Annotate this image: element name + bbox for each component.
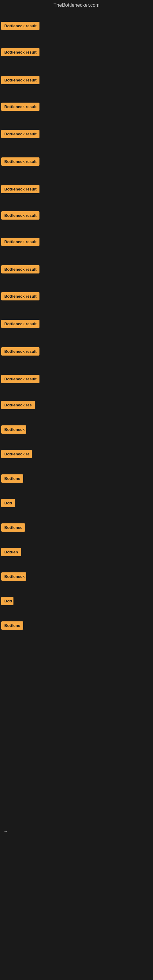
bottleneck-item: Bottleneck result — [1, 238, 40, 247]
bottleneck-item: Bottlene — [1, 621, 23, 631]
bottleneck-badge[interactable]: Bott — [1, 499, 15, 507]
bottleneck-badge[interactable]: Bottleneck res — [1, 401, 35, 409]
bottleneck-item: Bottleneck result — [1, 211, 40, 221]
site-title: TheBottlenecker.com — [0, 0, 153, 10]
bottleneck-badge[interactable]: Bottleneck result — [1, 76, 40, 84]
bottleneck-item: Bottleneck result — [1, 103, 40, 112]
bottleneck-badge[interactable]: Bottleneck result — [1, 265, 40, 274]
bottleneck-item: Bottlenec — [1, 523, 25, 533]
ellipsis-marker: ... — [1, 827, 10, 834]
bottleneck-badge[interactable]: Bottleneck — [1, 425, 26, 434]
bottleneck-badge[interactable]: Bottleneck result — [1, 211, 40, 220]
bottleneck-badge[interactable]: Bott — [1, 597, 13, 605]
bottleneck-item: Bottleneck result — [1, 320, 40, 329]
bottleneck-item: Bottleneck result — [1, 48, 40, 57]
bottleneck-badge[interactable]: Bottleneck result — [1, 158, 40, 166]
bottleneck-item: Bottleneck result — [1, 130, 40, 139]
bottleneck-item: Bottleneck res — [1, 401, 35, 410]
bottleneck-badge[interactable]: Bottleneck result — [1, 22, 40, 30]
bottleneck-item: Bottleneck — [1, 425, 26, 435]
bottleneck-item: Bottleneck result — [1, 265, 40, 275]
bottleneck-item: Bottleneck result — [1, 158, 40, 167]
bottleneck-item: Bottleneck result — [1, 347, 40, 357]
bottleneck-badge[interactable]: Bottleneck result — [1, 375, 40, 383]
bottleneck-badge[interactable]: Bottleneck — [1, 573, 26, 581]
bottleneck-item: Bottlene — [1, 474, 23, 484]
bottleneck-item: Bottleneck result — [1, 375, 40, 384]
bottleneck-badge[interactable]: Bottlen — [1, 548, 21, 556]
bottleneck-item: Bottleneck re — [1, 450, 32, 460]
bottleneck-badge[interactable]: Bottlenec — [1, 523, 25, 531]
bottleneck-badge[interactable]: Bottleneck re — [1, 450, 32, 458]
bottleneck-item: Bottleneck result — [1, 292, 40, 302]
bottleneck-item: Bott — [1, 499, 15, 508]
bottleneck-badge[interactable]: Bottlene — [1, 621, 23, 630]
bottleneck-badge[interactable]: Bottleneck result — [1, 48, 40, 56]
bottleneck-badge[interactable]: Bottlene — [1, 474, 23, 483]
bottleneck-badge[interactable]: Bottleneck result — [1, 103, 40, 111]
bottleneck-item: Bott — [1, 597, 13, 606]
bottleneck-item: Bottleneck result — [1, 22, 40, 31]
bottleneck-badge[interactable]: Bottleneck result — [1, 238, 40, 246]
bottleneck-badge[interactable]: Bottleneck result — [1, 292, 40, 301]
bottleneck-item: Bottleneck result — [1, 76, 40, 86]
bottleneck-badge[interactable]: Bottleneck result — [1, 185, 40, 193]
bottleneck-item: Bottleneck result — [1, 185, 40, 194]
bottleneck-item: Bottlen — [1, 548, 21, 557]
bottleneck-badge[interactable]: Bottleneck result — [1, 320, 40, 328]
bottleneck-badge[interactable]: Bottleneck result — [1, 347, 40, 356]
bottleneck-badge[interactable]: Bottleneck result — [1, 130, 40, 138]
bottleneck-item: Bottleneck — [1, 573, 26, 582]
